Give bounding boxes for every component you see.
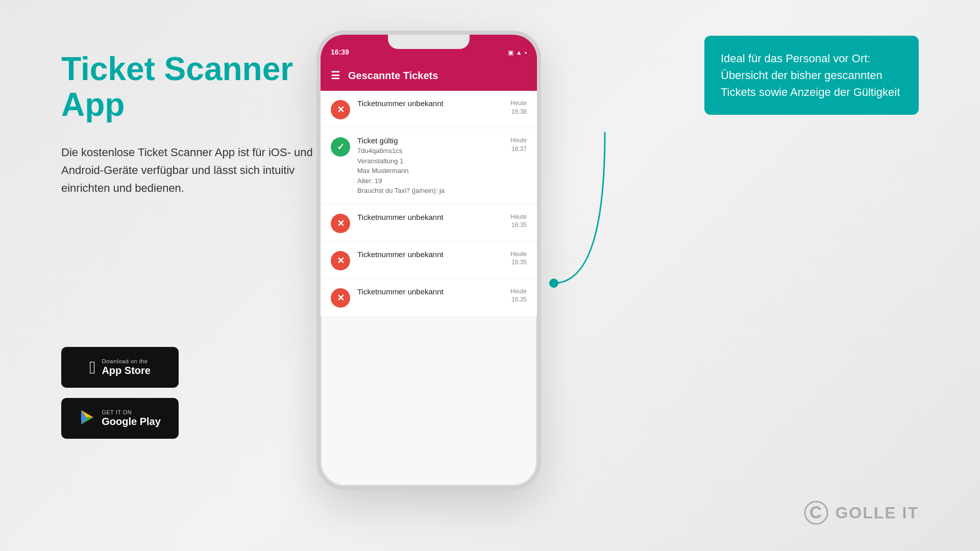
svg-point-6 xyxy=(805,502,827,524)
app-store-bottom-line: App Store xyxy=(102,364,151,377)
error-icon-3: ✕ xyxy=(331,214,350,233)
ticket-info-3: Ticketnummer unbekannt xyxy=(357,213,503,221)
ticket-time-2: Heute 16:37 xyxy=(510,136,527,154)
wifi-icon: ▲ xyxy=(516,49,522,56)
phone-mockup: 16:39 ▣ ▲ ▪ ☰ Gescannte Tickets ✕ Ticket… xyxy=(316,31,561,520)
tooltip-text: Ideal für das Personal vor Ort: Übersich… xyxy=(721,52,900,98)
menu-icon[interactable]: ☰ xyxy=(331,69,340,82)
app-header-title: Gescannte Tickets xyxy=(348,70,438,82)
ticket-title-3: Ticketnummer unbekannt xyxy=(357,213,503,221)
ticket-title-5: Ticketnummer unbekannt xyxy=(357,287,503,296)
ticket-info-5: Ticketnummer unbekannt xyxy=(357,287,503,296)
google-play-icon xyxy=(79,409,95,428)
ticket-time-4: Heute 16:35 xyxy=(510,250,527,267)
left-content: Ticket Scanner App Die kostenlose Ticket… xyxy=(61,51,327,299)
golle-logo-text: GOLLE IT xyxy=(835,504,919,522)
error-icon-5: ✕ xyxy=(331,288,350,308)
error-icon-4: ✕ xyxy=(331,251,350,270)
ticket-subtitle-2: 7du4qa6ms1csVeranstaltung 1Max Musterman… xyxy=(357,146,503,196)
ticket-info-4: Ticketnummer unbekannt xyxy=(357,250,503,259)
ticket-time-1: Heute 16:38 xyxy=(510,99,527,116)
app-store-top-line: Download on the xyxy=(102,358,151,364)
battery-icon: ▪ xyxy=(525,49,527,56)
google-play-text: GET IT ON Google Play xyxy=(102,409,161,428)
app-header: ☰ Gescannte Tickets xyxy=(321,60,537,91)
page-wrapper: Ticket Scanner App Die kostenlose Ticket… xyxy=(0,0,980,551)
success-icon-2: ✓ xyxy=(331,137,350,157)
golle-logo-icon xyxy=(803,500,829,525)
ticket-item-1: ✕ Ticketnummer unbekannt Heute 16:38 xyxy=(321,91,537,128)
status-time: 16:39 xyxy=(331,48,349,56)
page-description: Die kostenlose Ticket Scanner App ist fü… xyxy=(61,143,327,197)
ticket-time-5: Heute 16:35 xyxy=(510,287,527,305)
google-play-top-line: GET IT ON xyxy=(102,409,161,415)
golle-logo: GOLLE IT xyxy=(803,500,919,525)
ticket-title-2: Ticket gültig xyxy=(357,136,503,145)
ticket-item-2: ✓ Ticket gültig 7du4qa6ms1csVeranstaltun… xyxy=(321,128,537,205)
ticket-info-1: Ticketnummer unbekannt xyxy=(357,99,503,108)
phone-outer: 16:39 ▣ ▲ ▪ ☰ Gescannte Tickets ✕ Ticket… xyxy=(316,31,541,490)
apple-icon:  xyxy=(89,358,95,378)
app-store-button[interactable]:  Download on the App Store xyxy=(61,347,179,388)
ticket-list: ✕ Ticketnummer unbekannt Heute 16:38 ✓ T… xyxy=(321,91,537,316)
ticket-info-2: Ticket gültig 7du4qa6ms1csVeranstaltung … xyxy=(357,136,503,196)
ticket-item-3: ✕ Ticketnummer unbekannt Heute 16:35 xyxy=(321,205,537,242)
ticket-title-4: Ticketnummer unbekannt xyxy=(357,250,503,259)
google-play-bottom-line: Google Play xyxy=(102,415,161,428)
ticket-item-5: ✕ Ticketnummer unbekannt Heute 16:35 xyxy=(321,279,537,316)
store-buttons:  Download on the App Store GET IT ON Go… xyxy=(61,347,179,439)
page-title: Ticket Scanner App xyxy=(61,51,327,123)
signal-icon: ▣ xyxy=(508,49,513,56)
ticket-time-3: Heute 16:35 xyxy=(510,213,527,230)
app-store-text: Download on the App Store xyxy=(102,358,151,377)
tooltip-bubble: Ideal für das Personal vor Ort: Übersich… xyxy=(704,36,919,115)
ticket-title-1: Ticketnummer unbekannt xyxy=(357,99,503,108)
status-icons: ▣ ▲ ▪ xyxy=(508,49,527,56)
google-play-button[interactable]: GET IT ON Google Play xyxy=(61,398,179,439)
error-icon-1: ✕ xyxy=(331,100,350,119)
ticket-item-4: ✕ Ticketnummer unbekannt Heute 16:35 xyxy=(321,242,537,279)
phone-notch xyxy=(388,35,470,49)
